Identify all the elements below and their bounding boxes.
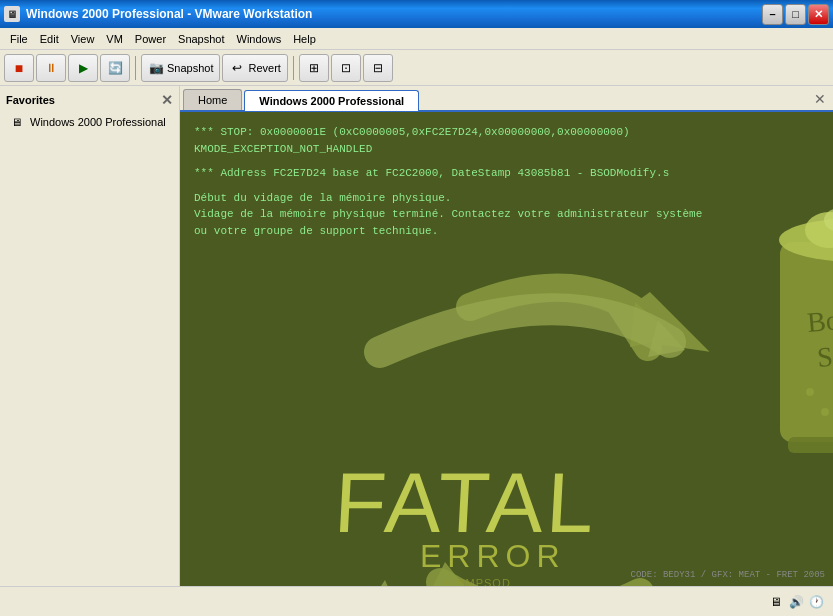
menu-windows[interactable]: Windows: [231, 31, 288, 47]
status-icon-3: 🕐: [807, 593, 825, 611]
svg-text:FATAL: FATAL: [332, 455, 599, 550]
sidebar-close-button[interactable]: ✕: [161, 92, 173, 108]
sidebar-vm-label: Windows 2000 Professional: [30, 116, 166, 128]
power-play-button[interactable]: ▶: [68, 54, 98, 82]
status-icon-1: 🖥: [767, 593, 785, 611]
svg-text:// BMPSOD: // BMPSOD: [445, 577, 511, 586]
maximize-button[interactable]: □: [785, 4, 806, 25]
menu-power[interactable]: Power: [129, 31, 172, 47]
vm-screen[interactable]: *** STOP: 0x0000001E (0xC0000005,0xFC2E7…: [180, 112, 833, 586]
revert-icon: ↩: [229, 60, 245, 76]
reset-icon: 🔄: [107, 60, 123, 76]
sidebar-item-vm[interactable]: 🖥 Windows 2000 Professional: [0, 110, 179, 134]
title-bar: 🖥 Windows 2000 Professional - VMware Wor…: [0, 0, 833, 28]
pause-icon: ⏸: [43, 60, 59, 76]
menu-help[interactable]: Help: [287, 31, 322, 47]
play-icon: ▶: [75, 60, 91, 76]
status-bar: 🖥 🔊 🕐: [0, 586, 833, 616]
power-reset-button[interactable]: 🔄: [100, 54, 130, 82]
minimize-button[interactable]: –: [762, 4, 783, 25]
fit-icon: ⊡: [338, 60, 354, 76]
tab-vm[interactable]: Windows 2000 Professional: [244, 90, 419, 111]
menu-edit[interactable]: Edit: [34, 31, 65, 47]
sidebar: Favorites ✕ 🖥 Windows 2000 Professional: [0, 86, 180, 586]
svg-point-16: [821, 408, 829, 416]
power-stop-button[interactable]: ■: [4, 54, 34, 82]
menu-view[interactable]: View: [65, 31, 101, 47]
menu-file[interactable]: File: [4, 31, 34, 47]
tab-home[interactable]: Home: [183, 89, 242, 110]
menu-snapshot[interactable]: Snapshot: [172, 31, 230, 47]
toolbar: ■ ⏸ ▶ 🔄 📷 Snapshot ↩ Revert ⊞ ⊡ ⊟: [0, 50, 833, 86]
view-btn-3[interactable]: ⊟: [363, 54, 393, 82]
sidebar-header: Favorites ✕: [0, 90, 179, 110]
bottom-credit: CODE: BEDY31 / GFX: MEAT - FRET 2005: [631, 570, 825, 580]
app-icon: 🖥: [4, 6, 20, 22]
revert-button[interactable]: ↩ Revert: [222, 54, 287, 82]
window-title: Windows 2000 Professional - VMware Works…: [26, 7, 762, 21]
vm-area: Home Windows 2000 Professional ✕ *** STO…: [180, 86, 833, 586]
snapshot-button[interactable]: 📷 Snapshot: [141, 54, 220, 82]
toolbar-separator-1: [135, 56, 136, 80]
status-icon-2: 🔊: [787, 593, 805, 611]
sidebar-title: Favorites: [6, 94, 55, 106]
svg-rect-9: [788, 437, 833, 453]
snapshot-icon: 📷: [148, 60, 164, 76]
menu-vm[interactable]: VM: [100, 31, 129, 47]
fatal-error-artwork: FATAL ERROR // BMPSOD Booze Sod: [180, 112, 833, 586]
tab-close-button[interactable]: ✕: [811, 90, 829, 108]
fullscreen-icon: ⊞: [306, 60, 322, 76]
main-area: Favorites ✕ 🖥 Windows 2000 Professional …: [0, 86, 833, 586]
window-controls: – □ ✕: [762, 4, 829, 25]
tab-bar: Home Windows 2000 Professional ✕: [180, 86, 833, 112]
window-icon: ⊟: [370, 60, 386, 76]
status-icons: 🖥 🔊 🕐: [767, 593, 825, 611]
svg-point-12: [806, 388, 814, 396]
toolbar-separator-2: [293, 56, 294, 80]
power-pause-button[interactable]: ⏸: [36, 54, 66, 82]
close-button[interactable]: ✕: [808, 4, 829, 25]
vm-icon: 🖥: [8, 114, 24, 130]
menu-bar: File Edit View VM Power Snapshot Windows…: [0, 28, 833, 50]
view-btn-1[interactable]: ⊞: [299, 54, 329, 82]
svg-text:Booze: Booze: [806, 301, 833, 338]
stop-icon: ■: [11, 60, 27, 76]
svg-text:ERROR: ERROR: [420, 538, 566, 574]
view-btn-2[interactable]: ⊡: [331, 54, 361, 82]
svg-text:Sod: Sod: [816, 338, 833, 373]
